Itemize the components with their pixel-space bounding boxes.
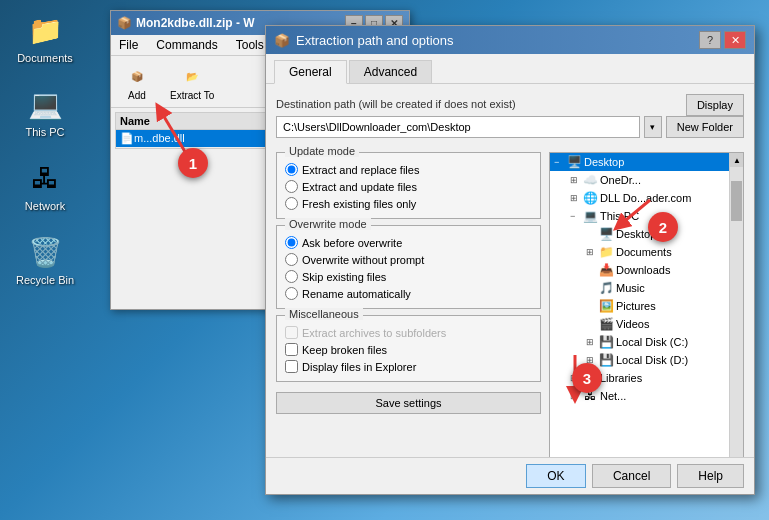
file-icon: 📄 [120,132,134,145]
desktop-icons: 📁 Documents 💻 This PC 🖧 Network 🗑️ Recyc… [10,10,80,286]
radio-extract-update: Extract and update files [285,180,532,193]
overwrite-mode-group: Overwrite mode Ask before overwrite Over… [276,225,541,309]
tree-item-icon: 🖼️ [598,299,614,313]
check-display-explorer-input[interactable] [285,360,298,373]
tree-item[interactable]: ⊞🌐DLL Do...ader.com [550,189,743,207]
menu-file[interactable]: File [115,37,142,53]
tree-item-icon: 🎬 [598,317,614,331]
tree-item[interactable]: ⊞📁Documents [550,243,743,261]
network-label: Network [25,200,65,212]
desktop-icon-recycle-bin[interactable]: 🗑️ Recycle Bin [10,232,80,286]
overwrite-mode-title: Overwrite mode [285,218,371,230]
destination-input-row: ▾ New Folder [276,116,744,138]
tree-item[interactable]: 📥Downloads [550,261,743,279]
radio-without-prompt-label[interactable]: Overwrite without prompt [302,254,424,266]
tree-scrollbar[interactable]: ▲ ▼ [729,153,743,471]
tree-item[interactable]: −💻This PC [550,207,743,225]
tree-expander[interactable]: ⊞ [586,247,598,257]
tree-item-label: Documents [616,246,672,258]
destination-input[interactable] [276,116,640,138]
scroll-up-arrow[interactable]: ▲ [730,153,744,167]
desktop-icon-this-pc[interactable]: 💻 This PC [10,84,80,138]
radio-fresh-only: Fresh existing files only [285,197,532,210]
save-settings-row: Save settings [276,392,541,414]
menu-tools[interactable]: Tools [232,37,268,53]
menu-commands[interactable]: Commands [152,37,221,53]
close-icon[interactable]: ✕ [724,31,746,49]
radio-skip-existing-label[interactable]: Skip existing files [302,271,386,283]
cancel-button[interactable]: Cancel [592,464,671,488]
radio-without-prompt-input[interactable] [285,253,298,266]
annotation-3: 3 [572,363,602,393]
tree-item[interactable]: ⊞💾Local Disk (C:) [550,333,743,351]
file-tree-panel[interactable]: −🖥️Desktop⊞☁️OneDr...⊞🌐DLL Do...ader.com… [549,152,744,472]
tree-item-icon: 📁 [598,245,614,259]
radio-extract-replace: Extract and replace files [285,163,532,176]
check-extract-subfolders-label[interactable]: Extract archives to subfolders [302,327,446,339]
radio-skip-existing-input[interactable] [285,270,298,283]
save-settings-button[interactable]: Save settings [276,392,541,414]
radio-ask-before-label[interactable]: Ask before overwrite [302,237,402,249]
main-area: Update mode Extract and replace files Ex… [276,152,744,472]
radio-fresh-only-label[interactable]: Fresh existing files only [302,198,416,210]
tree-expander[interactable]: − [570,211,582,221]
radio-fresh-only-input[interactable] [285,197,298,210]
extract-to-button[interactable]: 📂 Extract To [164,60,220,103]
tree-expander[interactable]: ⊞ [586,337,598,347]
tree-item-label: Downloads [616,264,670,276]
desktop-icon-network[interactable]: 🖧 Network [10,158,80,212]
tree-item-label: This PC [600,210,639,222]
check-extract-subfolders-input[interactable] [285,326,298,339]
radio-ask-before-input[interactable] [285,236,298,249]
tab-advanced[interactable]: Advanced [349,60,432,83]
add-button[interactable]: 📦 Add [115,60,159,103]
radio-extract-replace-label[interactable]: Extract and replace files [302,164,419,176]
tree-item-icon: 💾 [598,353,614,367]
documents-icon: 📁 [25,10,65,50]
tree-item[interactable]: ⊞☁️OneDr... [550,171,743,189]
tree-item[interactable]: 🎬Videos [550,315,743,333]
documents-label: Documents [17,52,73,64]
tree-expander[interactable]: ⊞ [570,175,582,185]
annotation-1: 1 [178,148,208,178]
radio-extract-update-label[interactable]: Extract and update files [302,181,417,193]
check-display-explorer-label[interactable]: Display files in Explorer [302,361,416,373]
destination-label: Destination path (will be created if doe… [276,98,516,110]
tree-item-icon: 🖥️ [566,155,582,169]
tree-item[interactable]: 🎵Music [550,279,743,297]
check-keep-broken-label[interactable]: Keep broken files [302,344,387,356]
dialog-footer: OK Cancel Help [266,457,754,494]
winrar-title-icon: 📦 [117,16,132,30]
desktop-icon-documents[interactable]: 📁 Documents [10,10,80,64]
network-icon: 🖧 [25,158,65,198]
radio-rename-auto: Rename automatically [285,287,532,300]
dialog-body: Destination path (will be created if doe… [266,84,754,482]
extraction-dialog: 📦 Extraction path and options ? ✕ Genera… [265,25,755,495]
tree-item[interactable]: −🖥️Desktop [550,153,743,171]
file-name: m...dbe.dll [134,132,185,145]
radio-rename-auto-label[interactable]: Rename automatically [302,288,411,300]
dialog-titlebar: 📦 Extraction path and options ? ✕ [266,26,754,54]
radio-extract-update-input[interactable] [285,180,298,193]
tree-expander[interactable]: − [554,157,566,167]
tree-item-label: Local Disk (C:) [616,336,688,348]
radio-rename-auto-input[interactable] [285,287,298,300]
help-button[interactable]: ? [699,31,721,49]
tree-item[interactable]: 🖼️Pictures [550,297,743,315]
tree-expander[interactable]: ⊞ [570,391,582,401]
check-keep-broken: Keep broken files [285,343,532,356]
tree-item-icon: 🖥️ [598,227,614,241]
radio-without-prompt: Overwrite without prompt [285,253,532,266]
radio-extract-replace-input[interactable] [285,163,298,176]
dialog-title: Extraction path and options [296,33,454,48]
scroll-thumb[interactable] [731,181,742,221]
help-dialog-button[interactable]: Help [677,464,744,488]
tree-item[interactable]: 🖥️Desktop [550,225,743,243]
display-button[interactable]: Display [686,94,744,116]
check-keep-broken-input[interactable] [285,343,298,356]
tab-general[interactable]: General [274,60,347,84]
tree-expander[interactable]: ⊞ [570,193,582,203]
new-folder-button[interactable]: New Folder [666,116,744,138]
destination-dropdown[interactable]: ▾ [644,116,662,138]
ok-button[interactable]: OK [526,464,586,488]
